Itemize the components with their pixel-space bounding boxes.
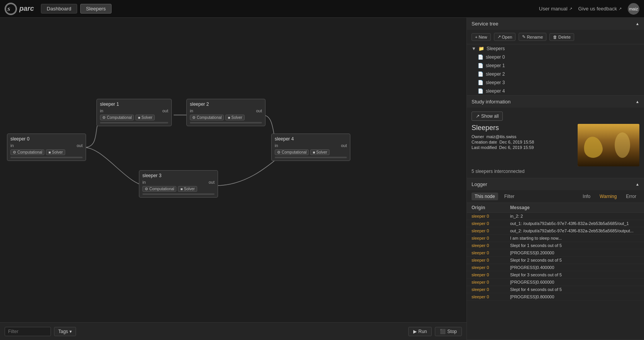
- study-info-section: Study information ▲ ↗ Show all Sleepers …: [467, 96, 644, 178]
- logger-row: sleeper 0 [PROGRESS]0.800000: [467, 293, 644, 301]
- log-message: Slept for 2 seconds out of 5: [510, 258, 639, 262]
- node-sleeper3[interactable]: sleeper 3 inout ⚙ Computational ■ Solver: [139, 170, 218, 198]
- logger-filter-error[interactable]: Error: [623, 193, 639, 200]
- open-button[interactable]: ↗ Open: [494, 33, 516, 41]
- node-tags-sleeper4: ⚙ Computational ■ Solver: [275, 149, 347, 155]
- node-sleeper4[interactable]: sleeper 4 inout ⚙ Computational ■ Solver: [271, 134, 350, 161]
- new-button[interactable]: + New: [472, 33, 491, 41]
- filter-input[interactable]: [5, 327, 51, 336]
- log-message: out_2: /output/a792ab5c-97e7-43f6-832a-2…: [510, 228, 639, 233]
- node-tags-sleeper0: ⚙ Computational ■ Solver: [10, 149, 83, 155]
- file-icon: 📄: [478, 54, 483, 60]
- play-icon: ▶: [413, 329, 417, 334]
- logger-header[interactable]: Logger ▲: [467, 178, 644, 190]
- collapse-icon: ▼: [472, 46, 476, 51]
- tree-item-sleeper1[interactable]: 📄 sleeper 1: [467, 61, 644, 70]
- node-title-sleeper4: sleeper 4: [275, 136, 347, 142]
- chevron-up-icon: ▲: [636, 22, 639, 26]
- sleepers-nav-btn[interactable]: Sleepers: [80, 4, 112, 14]
- app-logo: S parc: [5, 3, 34, 15]
- dashboard-nav-btn[interactable]: Dashboard: [41, 4, 77, 14]
- run-button[interactable]: ▶ Run: [408, 327, 432, 336]
- log-message: [PROGRESS]0.200000: [510, 250, 639, 255]
- node-title-sleeper0: sleeper 0: [10, 136, 83, 142]
- node-ports-sleeper0: inout: [10, 143, 83, 148]
- node-title-sleeper2: sleeper 2: [190, 101, 262, 107]
- log-origin: sleeper 0: [472, 236, 510, 240]
- node-sleeper1[interactable]: sleeper 1 inout ⚙ Computational ■ Solver: [96, 99, 172, 126]
- file-icon: 📄: [478, 71, 483, 77]
- tree-folder-sleepers[interactable]: ▼ 📁 Sleepers: [467, 44, 644, 53]
- node-ports-sleeper2: inout: [190, 108, 262, 113]
- canvas-area[interactable]: sleeper 0 inout ⚙ Computational ■ Solver…: [0, 18, 467, 340]
- external-link-icon: ↗: [569, 7, 572, 11]
- logger-table: sleeper 0 in_2: 2 sleeper 0 out_1: /outp…: [467, 213, 644, 340]
- origin-column-header: Origin: [472, 205, 510, 210]
- message-column-header: Message: [510, 205, 639, 210]
- study-info-row: Sleepers Owner maiz@itis.swiss Creation …: [472, 124, 639, 166]
- log-origin: sleeper 0: [472, 294, 510, 299]
- node-ports-sleeper4: inout: [275, 143, 347, 148]
- thumbnail-art: [578, 124, 639, 166]
- solver-tag: ■ Solver: [46, 149, 65, 155]
- logger-row: sleeper 0 out_2: /output/a792ab5c-97e7-4…: [467, 227, 644, 235]
- logger-tab-thisnode[interactable]: This node: [472, 193, 498, 200]
- node-ports-sleeper3: inout: [142, 180, 215, 184]
- tree-item-sleeper0[interactable]: 📄 sleeper 0: [467, 53, 644, 61]
- study-count: 5 sleepers interconnected: [472, 169, 639, 174]
- logger-section: Logger ▲ This node Filter Info Warning E…: [467, 178, 644, 340]
- file-icon: 📄: [478, 80, 483, 85]
- node-progress-sleeper3: [142, 193, 215, 195]
- open-icon: ↗: [497, 34, 501, 39]
- user-avatar[interactable]: maiz: [628, 3, 639, 15]
- log-message: out_1: /output/a792ab5c-97e7-43f6-832a-2…: [510, 221, 639, 226]
- file-icon: 📄: [478, 88, 483, 94]
- node-ports-sleeper1: inout: [100, 108, 168, 113]
- chevron-up-icon-3: ▲: [636, 182, 639, 186]
- show-all-button[interactable]: ↗ Show all: [472, 112, 503, 121]
- study-info-text: Sleepers Owner maiz@itis.swiss Creation …: [472, 124, 575, 166]
- logger-filter-info[interactable]: Info: [580, 193, 593, 200]
- stop-icon: ⬛: [440, 329, 446, 334]
- logger-tabs: This node Filter Info Warning Error: [467, 190, 644, 203]
- stop-button[interactable]: ⬛ Stop: [435, 327, 462, 336]
- user-manual-link[interactable]: User manual ↗: [539, 6, 572, 12]
- node-sleeper0[interactable]: sleeper 0 inout ⚙ Computational ■ Solver: [7, 134, 86, 161]
- log-origin: sleeper 0: [472, 228, 510, 233]
- log-message: [PROGRESS]0.800000: [510, 294, 639, 299]
- logger-filter-warning[interactable]: Warning: [597, 193, 620, 200]
- tree-toolbar: + New ↗ Open ✎ Rename 🗑 Delete: [467, 30, 644, 44]
- tree-item-sleeper2[interactable]: 📄 sleeper 2: [467, 70, 644, 78]
- logger-tab-filter[interactable]: Filter: [501, 193, 518, 200]
- log-origin: sleeper 0: [472, 214, 510, 218]
- logger-row: sleeper 0 Slept for 2 seconds out of 5: [467, 257, 644, 264]
- log-origin: sleeper 0: [472, 258, 510, 262]
- computational-tag: ⚙ Computational: [10, 149, 44, 155]
- node-title-sleeper3: sleeper 3: [142, 173, 215, 178]
- right-sidebar: Service tree ▲ + New ↗ Open ✎ Rename 🗑 D…: [467, 18, 644, 340]
- logger-row: sleeper 0 in_2: 2: [467, 213, 644, 220]
- study-info-body: ↗ Show all Sleepers Owner maiz@itis.swis…: [467, 108, 644, 178]
- rename-button[interactable]: ✎ Rename: [519, 33, 546, 41]
- logo-text: parc: [19, 5, 34, 13]
- folder-icon: 📁: [478, 46, 484, 51]
- node-sleeper2[interactable]: sleeper 2 inout ⚙ Computational ■ Solver: [186, 99, 265, 126]
- main-layout: sleeper 0 inout ⚙ Computational ■ Solver…: [0, 18, 644, 340]
- delete-button[interactable]: 🗑 Delete: [549, 33, 574, 41]
- log-origin: sleeper 0: [472, 272, 510, 277]
- logger-row: sleeper 0 [PROGRESS]0.400000: [467, 264, 644, 271]
- logger-row: sleeper 0 Slept for 1 seconds out of 5: [467, 242, 644, 249]
- study-creation: Creation date Dec 6, 2019 15:58: [472, 140, 575, 144]
- tree-item-sleeper3[interactable]: 📄 sleeper 3: [467, 78, 644, 87]
- feedback-link[interactable]: Give us feedback ↗: [578, 6, 622, 12]
- log-message: I am starting to sleep now...: [510, 236, 639, 240]
- study-info-header[interactable]: Study information ▲: [467, 96, 644, 108]
- logger-row: sleeper 0 [PROGRESS]0.200000: [467, 249, 644, 257]
- tags-button[interactable]: Tags ▾: [54, 327, 76, 336]
- tree-item-sleeper4[interactable]: 📄 sleeper 4: [467, 87, 644, 95]
- log-message: in_2: 2: [510, 214, 639, 218]
- node-progress-sleeper2: [190, 122, 262, 123]
- node-progress-sleeper4: [275, 157, 347, 158]
- service-tree-header[interactable]: Service tree ▲: [467, 18, 644, 30]
- node-progress-sleeper1: [100, 122, 168, 123]
